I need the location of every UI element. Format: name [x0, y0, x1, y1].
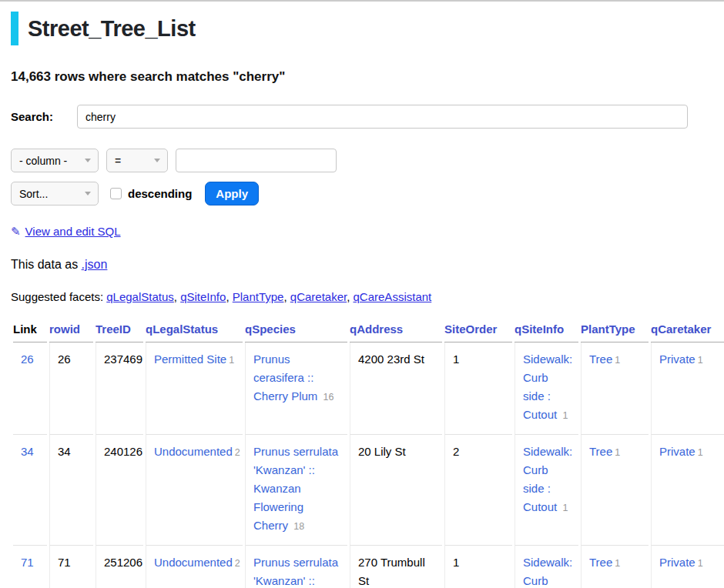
row-detail-link[interactable]: 71: [21, 556, 34, 569]
cell-siteorder: 2: [444, 435, 512, 546]
cell-qcaretaker: Private1: [651, 546, 724, 588]
table-row: 71 71 251206 Undocumented2 Prunus serrul…: [13, 546, 724, 588]
cell-qaddress: 4200 23rd St: [350, 342, 442, 435]
page-title: Street_Tree_List: [28, 16, 196, 42]
filter-operator-select[interactable]: =: [106, 149, 168, 172]
suggested-facets: Suggested facets: qLegalStatusqSiteInfoP…: [11, 290, 724, 303]
sort-row: Sort... descending Apply: [11, 182, 724, 205]
sort-select-wrap: Sort...: [11, 182, 99, 205]
facet-value-link[interactable]: Prunus cerasifera :: Cherry Plum: [253, 352, 317, 403]
op-select-wrap: =: [99, 149, 168, 172]
json-link[interactable]: .json: [82, 258, 108, 271]
facet-value-link[interactable]: Tree: [589, 352, 612, 366]
facet-count: 1: [698, 355, 703, 366]
sort-by-treeid-link[interactable]: TreeID: [96, 322, 131, 336]
apply-button[interactable]: Apply: [205, 182, 259, 205]
cell-siteorder: 1: [444, 546, 512, 588]
facet-count: 1: [615, 558, 620, 569]
sort-by-qspecies-link[interactable]: qSpecies: [245, 322, 296, 336]
data-as-prefix: This data as: [11, 258, 82, 271]
page-content: Street_Tree_List 14,663 rows where searc…: [0, 12, 724, 588]
facet-count: 1: [562, 410, 568, 421]
search-input[interactable]: [77, 105, 688, 129]
facet-count: 2: [235, 447, 240, 458]
cell-siteorder: 1: [444, 342, 512, 435]
cell-planttype: Tree1: [581, 546, 649, 588]
facet-count: 2: [235, 558, 240, 569]
search-form: Search:: [11, 105, 724, 129]
facet-link-qlegalstatus[interactable]: qLegalStatus: [106, 290, 174, 303]
facet-value-link[interactable]: Prunus serrulata 'Kwanzan' :: Kwanzan Fl…: [253, 445, 338, 532]
facet-link-qcaretaker[interactable]: qCaretaker: [290, 290, 347, 303]
facet-count: 18: [293, 521, 304, 532]
row-detail-link[interactable]: 34: [21, 445, 34, 458]
search-label: Search:: [11, 110, 77, 123]
sort-select[interactable]: Sort...: [11, 182, 99, 205]
filter-column-select[interactable]: - column -: [11, 149, 99, 172]
facet-link-qsiteinfo[interactable]: qSiteInfo: [180, 290, 226, 303]
cell-qspecies: Prunus serrulata 'Kwanzan' :: Kwanzan Fl…: [245, 546, 347, 588]
facet-count: 1: [615, 447, 620, 458]
cell-treeid: 240126: [96, 435, 143, 546]
facet-value-link[interactable]: Private: [659, 352, 696, 366]
facet-value-link[interactable]: Tree: [589, 556, 612, 569]
cell-qlegalstatus: Undocumented2: [146, 435, 243, 546]
descending-label: descending: [128, 187, 192, 200]
filter-value-input[interactable]: [176, 149, 337, 172]
cell-qcaretaker: Private1: [651, 342, 724, 435]
page-header: Street_Tree_List: [11, 12, 724, 45]
accent-bar: [11, 12, 18, 45]
facet-count: 1: [562, 503, 568, 513]
facet-link-qcareassistant[interactable]: qCareAssistant: [354, 290, 432, 303]
cell-planttype: Tree1: [581, 435, 649, 546]
cell-qsiteinfo: Sidewalk: Curb side : Cutout 1: [515, 435, 578, 546]
facet-link-planttype[interactable]: PlantType: [233, 290, 284, 303]
sort-by-qlegalstatus-link[interactable]: qLegalStatus: [146, 322, 218, 336]
facet-value-link[interactable]: Private: [659, 445, 696, 458]
facet-count: 1: [698, 447, 703, 458]
facet-value-link[interactable]: Undocumented: [154, 445, 233, 458]
row-detail-link[interactable]: 26: [21, 352, 34, 366]
table-row: 26 26 237469 Permitted Site1 Prunus cera…: [13, 342, 724, 435]
sort-by-qcaretaker-link[interactable]: qCaretaker: [651, 322, 711, 336]
sort-by-rowid-link[interactable]: rowid: [49, 322, 80, 336]
cell-treeid: 251206: [96, 546, 143, 588]
cell-qlegalstatus: Undocumented2: [146, 546, 243, 588]
facet-value-link[interactable]: Sidewalk: Curb side : Cutout: [523, 556, 572, 588]
facet-value-link[interactable]: Permitted Site: [154, 352, 226, 366]
column-select-wrap: - column -: [11, 149, 99, 172]
cell-link: 34: [13, 435, 47, 546]
facet-count: 1: [615, 355, 620, 366]
facet-value-link[interactable]: Prunus serrulata 'Kwanzan' :: Kwanzan Fl…: [253, 556, 338, 588]
facet-item: qCaretaker: [290, 290, 354, 303]
rows-count-summary: 14,663 rows where search matches "cherry…: [11, 69, 724, 85]
facet-value-link[interactable]: Tree: [589, 445, 612, 458]
column-header-rowid: rowid: [49, 319, 93, 342]
cell-qspecies: Prunus serrulata 'Kwanzan' :: Kwanzan Fl…: [245, 435, 347, 546]
facet-count: 16: [323, 392, 334, 403]
filter-row: - column - =: [11, 149, 724, 172]
sort-by-planttype-link[interactable]: PlantType: [581, 322, 635, 336]
facet-item: qCareAssistant: [354, 290, 432, 303]
facet-value-link[interactable]: Undocumented: [154, 556, 233, 569]
cell-qaddress: 20 Lily St: [350, 435, 442, 546]
sort-by-siteorder-link[interactable]: SiteOrder: [444, 322, 497, 336]
column-header-qsiteinfo: qSiteInfo: [515, 319, 578, 342]
column-header-qspecies: qSpecies: [245, 319, 347, 342]
view-edit-sql-link[interactable]: View and edit SQL: [25, 225, 121, 238]
sort-by-qaddress-link[interactable]: qAddress: [350, 322, 403, 336]
column-header-treeid: TreeID: [96, 319, 143, 342]
cell-planttype: Tree1: [581, 342, 649, 435]
facet-value-link[interactable]: Private: [659, 556, 696, 569]
column-header-qaddress: qAddress: [350, 319, 442, 342]
results-table: Link rowid TreeID qLegalStatus qSpecies …: [11, 319, 724, 588]
cell-rowid: 34: [49, 435, 93, 546]
sort-by-qsiteinfo-link[interactable]: qSiteInfo: [515, 322, 564, 336]
data-as-row: This data as .json: [11, 258, 724, 272]
descending-checkbox[interactable]: [110, 188, 122, 199]
pencil-icon: ✎: [11, 225, 21, 238]
facet-count: 1: [229, 355, 234, 366]
cell-rowid: 26: [49, 342, 93, 435]
column-header-link: Link: [13, 319, 47, 342]
facets-prefix: Suggested facets:: [11, 290, 106, 303]
